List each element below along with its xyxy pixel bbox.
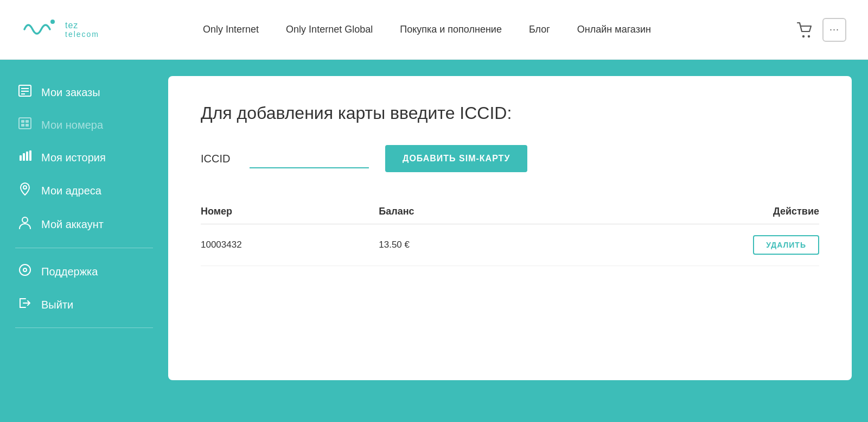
nav-only-internet-global[interactable]: Only Internet Global [286, 24, 373, 35]
cell-number: 10003432 [201, 224, 379, 266]
sidebar-item-logout[interactable]: Выйти [0, 288, 168, 321]
sidebar-item-my-orders[interactable]: Мои заказы [0, 76, 168, 109]
more-button[interactable]: ··· [822, 18, 846, 42]
logout-icon [17, 297, 33, 312]
delete-button[interactable]: УДАЛИТЬ [753, 235, 819, 255]
sidebar-item-my-addresses[interactable]: Мои адреса [0, 174, 168, 207]
table-header: Номер Баланс Действие [201, 199, 819, 224]
cart-button[interactable] [796, 22, 814, 38]
numbers-icon [17, 117, 33, 133]
nav-buy-topup[interactable]: Покупка и пополнение [400, 24, 502, 35]
sidebar-label-my-history: Моя история [41, 152, 106, 164]
account-icon [17, 216, 33, 232]
svg-rect-7 [19, 118, 31, 129]
sidebar-item-my-history[interactable]: Моя история [0, 141, 168, 174]
sidebar: Мои заказы Мои номера [0, 60, 168, 422]
logo-area: tez telecom [22, 13, 130, 46]
iccid-row: ICCID ДОБАВИТЬ SIM-КАРТУ [201, 145, 819, 172]
sidebar-divider-1 [15, 248, 153, 248]
sidebar-label-logout: Выйти [41, 299, 73, 311]
cell-action: УДАЛИТЬ [533, 224, 819, 266]
main-nav: Only Internet Only Internet Global Покуп… [203, 24, 651, 35]
content-area: Для добавления карты введите ICCID: ICCI… [168, 60, 868, 422]
sidebar-label-my-addresses: Мои адреса [41, 185, 101, 197]
svg-rect-9 [25, 120, 29, 123]
history-icon [17, 150, 33, 165]
sidebar-item-my-account[interactable]: Мой аккаунт [0, 207, 168, 241]
svg-rect-11 [25, 124, 29, 127]
svg-point-0 [50, 20, 55, 24]
card-title: Для добавления карты введите ICCID: [201, 103, 819, 123]
svg-point-16 [23, 186, 27, 189]
header-actions: ··· [796, 18, 846, 42]
svg-point-19 [23, 268, 27, 272]
header: tez telecom Only Internet Only Internet … [0, 0, 868, 60]
nav-blog[interactable]: Блог [529, 24, 550, 35]
sidebar-label-my-numbers: Мои номера [41, 119, 103, 131]
iccid-label: ICCID [201, 153, 233, 165]
sidebar-label-support: Поддержка [41, 266, 98, 278]
svg-point-2 [808, 35, 810, 37]
nav-online-shop[interactable]: Онлайн магазин [577, 24, 651, 35]
sidebar-label-my-orders: Мои заказы [41, 86, 100, 99]
main-layout: Мои заказы Мои номера [0, 60, 868, 422]
table-body: 10003432 13.50 € УДАЛИТЬ [201, 224, 819, 266]
svg-rect-8 [21, 120, 24, 123]
sidebar-item-my-numbers[interactable]: Мои номера [0, 109, 168, 141]
svg-rect-14 [26, 152, 28, 161]
sidebar-item-support[interactable]: Поддержка [0, 255, 168, 288]
sim-table: Номер Баланс Действие 10003432 13.50 € У… [201, 199, 819, 266]
orders-icon [17, 85, 33, 100]
logo-wave-icon [22, 13, 60, 46]
add-sim-button[interactable]: ДОБАВИТЬ SIM-КАРТУ [385, 145, 527, 172]
svg-rect-13 [23, 153, 25, 161]
svg-rect-12 [20, 155, 22, 161]
sidebar-divider-2 [15, 327, 153, 328]
content-card: Для добавления карты введите ICCID: ICCI… [168, 76, 852, 380]
logo-text: tez telecom [65, 21, 99, 39]
table-header-row: Номер Баланс Действие [201, 199, 819, 224]
sidebar-label-my-account: Мой аккаунт [41, 218, 104, 231]
table-row: 10003432 13.50 € УДАЛИТЬ [201, 224, 819, 266]
svg-point-18 [20, 264, 30, 275]
svg-point-17 [22, 217, 28, 223]
nav-only-internet[interactable]: Only Internet [203, 24, 259, 35]
cell-balance: 13.50 € [379, 224, 532, 266]
logo-telecom: telecom [65, 30, 99, 39]
address-icon [17, 182, 33, 199]
logo-tez: tez [65, 21, 99, 30]
svg-rect-15 [29, 150, 31, 161]
svg-point-1 [802, 35, 805, 37]
iccid-input[interactable] [250, 149, 369, 168]
col-header-balance: Баланс [379, 199, 532, 224]
support-icon [17, 263, 33, 280]
col-header-action: Действие [533, 199, 819, 224]
col-header-number: Номер [201, 199, 379, 224]
svg-rect-10 [21, 124, 24, 127]
